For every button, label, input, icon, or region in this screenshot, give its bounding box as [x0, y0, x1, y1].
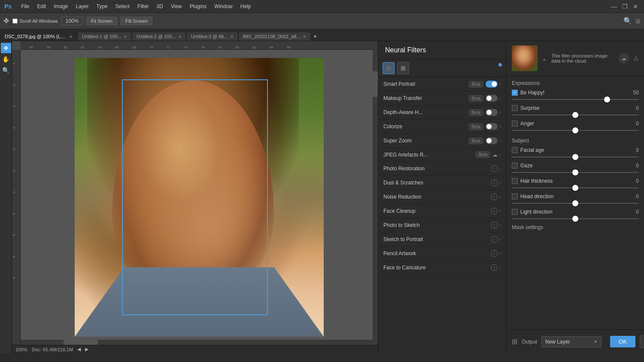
menu-image[interactable]: Image: [50, 3, 71, 10]
filter-jpeg-artefacts-chevron[interactable]: ›: [499, 152, 501, 158]
menu-layer[interactable]: Layer: [73, 3, 92, 10]
filter-dust-scratches[interactable]: Dust & Scratches i ›: [378, 176, 506, 190]
menu-3d[interactable]: 3D: [153, 3, 167, 10]
filter-colorize-chevron[interactable]: ›: [499, 124, 501, 130]
tab-2[interactable]: Untitled-2 @ 100... ✕: [132, 32, 186, 41]
filter-face-caricature-chevron[interactable]: ›: [499, 265, 501, 271]
filter-face-cleanup[interactable]: Face Cleanup i ›: [378, 204, 506, 218]
be-happy-slider[interactable]: [512, 99, 639, 100]
settings-scroll-area[interactable]: Expressions Be Happy! 50: [507, 76, 644, 329]
tab-more-button[interactable]: ▸: [311, 31, 320, 41]
filter-super-zoom[interactable]: Super Zoom Beta ›: [378, 134, 506, 148]
tab-1[interactable]: Untitled-1 @ 100... ✕: [77, 32, 132, 41]
filter-photo-restoration[interactable]: Photo Restoration i ›: [378, 162, 506, 176]
anger-slider[interactable]: [512, 130, 639, 131]
filter-sketch-to-portrait-info[interactable]: i: [491, 236, 498, 243]
surprise-thumb[interactable]: [572, 112, 578, 118]
zoom-tool[interactable]: 🔍: [1, 65, 11, 75]
menu-file[interactable]: File: [18, 3, 33, 10]
surprise-slider[interactable]: [512, 115, 639, 115]
ok-button[interactable]: OK: [610, 336, 635, 347]
be-happy-thumb[interactable]: [604, 97, 610, 103]
horizontal-scrollbar[interactable]: [21, 340, 373, 345]
tab-4-close[interactable]: ✕: [303, 34, 306, 39]
filter-depth-aware[interactable]: Depth-Aware H... Beta ›: [378, 106, 506, 120]
facial-age-slider[interactable]: [512, 157, 639, 157]
hair-thickness-checkbox[interactable]: [512, 178, 518, 184]
filter-noise-reduction-chevron[interactable]: ›: [499, 194, 501, 200]
facial-age-checkbox[interactable]: [512, 147, 518, 153]
filter-noise-reduction[interactable]: Noise Reduction i ›: [378, 190, 506, 204]
gaze-checkbox[interactable]: [512, 163, 518, 169]
search-icon[interactable]: 🔍: [623, 17, 632, 25]
filter-dust-scratches-chevron[interactable]: ›: [499, 180, 501, 186]
filter-pencil-artwork-info[interactable]: i: [491, 250, 498, 257]
tab-0-close[interactable]: ✕: [69, 34, 73, 39]
filter-sketch-to-portrait-chevron[interactable]: ›: [499, 236, 501, 242]
filters-scroll-area[interactable]: Smart Portrait Beta › Makeup Transfer Be…: [378, 77, 506, 353]
hair-thickness-slider[interactable]: [512, 187, 639, 188]
expand-preview-button[interactable]: ⌄: [542, 55, 547, 62]
filter-photo-to-sketch[interactable]: Photo to Sketch i ›: [378, 218, 506, 232]
tab-2-close[interactable]: ✕: [178, 34, 182, 39]
tab-0[interactable]: DSC_0278.jpg @ 100% (Layer 0, RGB/8*) ✕: [0, 32, 77, 41]
zoom-input[interactable]: [61, 17, 83, 25]
filter-smart-portrait[interactable]: Smart Portrait Beta ›: [378, 77, 506, 91]
filter-face-cleanup-chevron[interactable]: ›: [499, 208, 501, 214]
hair-thickness-thumb[interactable]: [572, 185, 578, 191]
menu-type[interactable]: Type: [93, 3, 111, 10]
filter-smart-portrait-chevron[interactable]: ›: [499, 81, 501, 87]
light-direction-slider[interactable]: [512, 218, 639, 219]
filter-pencil-artwork-chevron[interactable]: ›: [499, 250, 501, 256]
anger-thumb[interactable]: [572, 127, 578, 133]
nav-prev[interactable]: ◀: [77, 347, 81, 352]
menu-window[interactable]: Window: [211, 3, 236, 10]
surprise-checkbox[interactable]: [512, 105, 518, 111]
menu-edit[interactable]: Edit: [33, 3, 49, 10]
vertical-scrollbar[interactable]: [373, 50, 378, 345]
filter-super-zoom-toggle[interactable]: [486, 137, 498, 144]
filter-makeup-transfer-chevron[interactable]: ›: [499, 95, 501, 101]
filter-dust-scratches-info[interactable]: i: [491, 179, 498, 186]
hand-tool[interactable]: ✋: [1, 54, 11, 64]
filter-pencil-artwork[interactable]: Pencil Artwork i ›: [378, 247, 506, 261]
filter-photo-to-sketch-chevron[interactable]: ›: [499, 222, 501, 228]
anger-checkbox[interactable]: [512, 121, 518, 127]
filter-makeup-transfer[interactable]: Makeup Transfer Beta ›: [378, 91, 506, 106]
filter-photo-restoration-chevron[interactable]: ›: [499, 166, 501, 172]
filter-sketch-to-portrait[interactable]: Sketch to Portrait i ›: [378, 232, 506, 247]
cancel-button[interactable]: Cancel: [640, 335, 644, 348]
filters-tab-featured[interactable]: ☆: [383, 62, 395, 74]
head-direction-thumb[interactable]: [572, 200, 578, 206]
light-direction-checkbox[interactable]: [512, 209, 518, 215]
filter-colorize[interactable]: Colorize Beta ›: [378, 120, 506, 134]
filter-depth-aware-toggle[interactable]: [486, 109, 498, 116]
gaze-thumb[interactable]: [572, 169, 578, 175]
menu-plugins[interactable]: Plugins: [186, 3, 210, 10]
filter-noise-reduction-info[interactable]: i: [491, 193, 498, 200]
filter-face-caricature[interactable]: Face to Caricature i ›: [378, 261, 506, 275]
move-tool[interactable]: ✥: [1, 43, 11, 53]
filter-jpeg-artefacts[interactable]: JPEG Artefacts R... Beta ☁ ›: [378, 148, 506, 162]
fill-screen-button[interactable]: Fill Screen: [121, 17, 152, 25]
head-direction-slider[interactable]: [512, 203, 639, 204]
filter-super-zoom-chevron[interactable]: ›: [499, 138, 501, 144]
filters-tab-all[interactable]: ⊞: [397, 62, 409, 74]
gaze-slider[interactable]: [512, 172, 639, 173]
filter-smart-portrait-toggle[interactable]: [486, 81, 498, 87]
scroll-all-windows-checkbox[interactable]: [12, 18, 18, 24]
minimize-button[interactable]: —: [610, 2, 618, 11]
tab-4[interactable]: IMG_20201108_0002_aft... ✕: [238, 32, 311, 41]
restore-button[interactable]: ❐: [620, 2, 629, 11]
output-layers-icon[interactable]: ⊞: [512, 338, 517, 346]
light-direction-thumb[interactable]: [572, 216, 578, 222]
menu-select[interactable]: Select: [112, 3, 133, 10]
head-direction-checkbox[interactable]: [512, 193, 518, 199]
close-button[interactable]: ✕: [631, 2, 640, 11]
tab-3[interactable]: Untitled-3 @ 66... ✕: [186, 32, 238, 41]
be-happy-checkbox[interactable]: [512, 90, 518, 96]
filter-face-caricature-info[interactable]: i: [491, 264, 498, 271]
menu-view[interactable]: View: [167, 3, 185, 10]
tab-3-close[interactable]: ✕: [230, 34, 234, 39]
fit-screen-button[interactable]: Fit Screen: [86, 17, 117, 25]
